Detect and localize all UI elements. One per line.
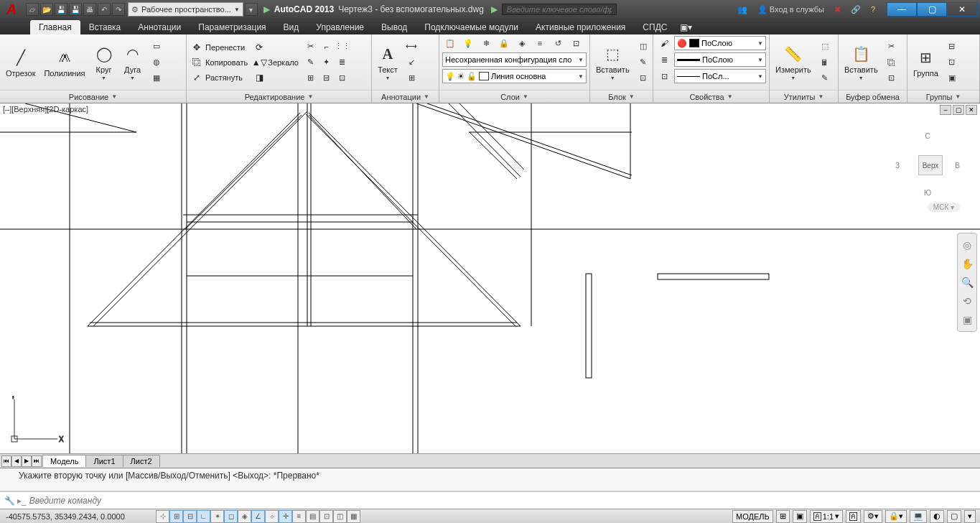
exchange-icon[interactable]: ✖ xyxy=(831,3,844,16)
layout-next-icon[interactable]: ▶ xyxy=(22,455,32,467)
trim-icon[interactable]: ✂ xyxy=(303,40,319,54)
viewcube-top[interactable]: Верх xyxy=(918,155,943,175)
minimize-button[interactable]: — xyxy=(887,2,917,17)
sb-annovis-icon[interactable]: 🄰 xyxy=(846,510,861,523)
sb-dyn-icon[interactable]: ✛ xyxy=(279,510,292,523)
help-icon[interactable]: ? xyxy=(868,3,878,16)
rotate-button[interactable]: ⟳ xyxy=(252,41,300,54)
group-bbox-icon[interactable]: ▣ xyxy=(944,71,960,85)
viewcube-w[interactable]: З xyxy=(895,162,900,170)
command-line[interactable]: 🔧 ▸_ xyxy=(0,491,980,509)
sb-sc-icon[interactable]: ◫ xyxy=(333,510,347,523)
sb-polar-icon[interactable]: ✴ xyxy=(210,510,224,523)
search-input[interactable] xyxy=(502,4,617,15)
sb-3dosnap-icon[interactable]: ◈ xyxy=(238,510,251,523)
sb-qv-icon[interactable]: ▣ xyxy=(793,510,807,523)
title-arrow-icon[interactable]: ▶ xyxy=(263,4,270,14)
sb-tray-icon[interactable]: ▾ xyxy=(964,510,976,523)
color-dropdown[interactable]: 🔴ПоСлою▼ xyxy=(674,36,766,50)
sb-osnap-icon[interactable]: ◻ xyxy=(224,510,238,523)
rectangle-icon[interactable]: ▭ xyxy=(149,40,164,54)
qat-save-icon[interactable]: 💾 xyxy=(55,3,67,16)
sb-am-icon[interactable]: ▦ xyxy=(347,510,360,523)
doc-max-icon[interactable]: ▢ xyxy=(953,105,964,115)
layout-first-icon[interactable]: ⏮ xyxy=(1,455,11,467)
viewcube[interactable]: С Ю З В Верх xyxy=(895,132,960,197)
drawing-area[interactable]: [–][Верхняя][2D-каркас] – ▢ ✕ xyxy=(0,103,980,453)
edit-block-icon[interactable]: ✎ xyxy=(635,55,651,70)
sb-snap-icon[interactable]: ⊞ xyxy=(169,510,183,523)
tab-manage[interactable]: Управление xyxy=(307,20,373,34)
app-logo[interactable]: A xyxy=(0,0,23,19)
layout-last-icon[interactable]: ⏭ xyxy=(32,455,42,467)
tab-expander-icon[interactable]: ▣▾ xyxy=(676,20,696,34)
array-icon[interactable]: ⋮⋮ xyxy=(335,40,350,54)
tab-layout2[interactable]: Лист2 xyxy=(123,455,160,467)
sb-lock-icon[interactable]: 🔒▾ xyxy=(885,510,907,523)
hatch-icon[interactable]: ▦ xyxy=(149,71,164,85)
list-icon[interactable]: ≣ xyxy=(656,52,672,67)
break-icon[interactable]: ⊟ xyxy=(319,71,335,85)
mirror-button[interactable]: ▲▽Зеркало xyxy=(252,56,300,69)
cmd-handle-icon[interactable]: 🔧 xyxy=(4,496,14,506)
layer-dropdown[interactable]: 💡 ☀ 🔓 Линия основна ▼ xyxy=(442,69,587,83)
cut-icon[interactable]: ✂ xyxy=(884,40,900,54)
viewcube-n[interactable]: С xyxy=(925,132,930,140)
erase-icon[interactable]: ✎ xyxy=(303,55,319,70)
copybase-icon[interactable]: ⊡ xyxy=(884,71,900,85)
join-icon[interactable]: ⊡ xyxy=(335,71,350,85)
tab-home[interactable]: Главная xyxy=(30,20,80,34)
tab-online[interactable]: Активные приложения xyxy=(527,20,634,34)
align-icon[interactable]: ⊞ xyxy=(303,71,319,85)
layer-freeze-icon[interactable]: ❄ xyxy=(478,36,494,50)
sb-ws-icon[interactable]: ⚙▾ xyxy=(864,510,882,523)
measure-button[interactable]: 📏Измерить▼ xyxy=(773,42,814,82)
paste-button[interactable]: 📋Вставить▼ xyxy=(841,42,881,82)
command-input[interactable] xyxy=(29,496,976,506)
layer-lock-icon[interactable]: 🔒 xyxy=(496,36,512,50)
leader-icon[interactable]: ↙ xyxy=(403,55,419,70)
qat-new-icon[interactable]: ▱ xyxy=(26,3,39,16)
create-block-icon[interactable]: ◫ xyxy=(635,40,651,54)
sb-lwt-icon[interactable]: ≡ xyxy=(292,510,306,523)
viewcube-s[interactable]: Ю xyxy=(924,189,931,197)
lineweight-dropdown[interactable]: ПоСлою▼ xyxy=(674,52,766,67)
insert-block-button[interactable]: ⬚Вставить▼ xyxy=(593,42,633,82)
group-button[interactable]: ⊞Группа xyxy=(910,46,941,79)
login-button[interactable]: 👤 Вход в службы xyxy=(755,3,827,16)
sb-clean-icon[interactable]: ▢ xyxy=(947,510,961,523)
tab-model[interactable]: Модель xyxy=(42,455,86,467)
nav-pan-icon[interactable]: ✋ xyxy=(960,256,974,271)
viewport-label[interactable]: [–][Верхняя][2D-каркас] xyxy=(3,105,88,114)
sb-annoscale[interactable]: 🄰 1:1▾ xyxy=(810,510,843,523)
doc-min-icon[interactable]: – xyxy=(940,105,951,115)
sb-isolate-icon[interactable]: ◐ xyxy=(930,510,944,523)
circle-button[interactable]: ◯Круг▼ xyxy=(91,42,117,82)
layer-prev-icon[interactable]: ↺ xyxy=(550,36,566,50)
stayconnected-icon[interactable]: 🔗 xyxy=(848,3,864,16)
nav-zoom-icon[interactable]: 🔍 xyxy=(960,275,974,290)
nav-wheel-icon[interactable]: ◎ xyxy=(960,238,974,252)
layout-prev-icon[interactable]: ◀ xyxy=(11,455,22,467)
layer-off-icon[interactable]: 💡 xyxy=(460,36,476,50)
props-icon[interactable]: ⊡ xyxy=(656,69,672,83)
close-button[interactable]: ✕ xyxy=(947,2,977,17)
workspace-dropdown[interactable]: ⚙ Рабочее пространство... ▼ xyxy=(128,2,243,17)
offset-icon[interactable]: ≣ xyxy=(335,55,350,70)
drawing-canvas[interactable] xyxy=(0,103,980,453)
scale-button[interactable]: ◨ xyxy=(252,71,300,84)
qat-undo-icon[interactable]: ↶ xyxy=(98,3,111,16)
qat-open-icon[interactable]: 📂 xyxy=(40,3,53,16)
title-arrow2-icon[interactable]: ▶ xyxy=(491,4,498,14)
qat-saveas-icon[interactable]: 💾 xyxy=(69,3,82,16)
tab-insert[interactable]: Вставка xyxy=(80,20,130,34)
table-icon[interactable]: ⊞ xyxy=(403,71,419,85)
tab-plugins[interactable]: Подключаемые модули xyxy=(416,20,527,34)
explode-icon[interactable]: ✦ xyxy=(319,55,335,70)
linetype-dropdown[interactable]: ПоСл...▼ xyxy=(674,69,766,83)
line-button[interactable]: ╱Отрезок xyxy=(3,46,38,79)
layer-config-dropdown[interactable]: Несохраненная конфигурация сло▼ xyxy=(442,52,587,67)
ellipse-icon[interactable]: ◍ xyxy=(149,55,164,70)
tab-view[interactable]: Вид xyxy=(275,20,308,34)
autodesk360-icon[interactable]: 👥 xyxy=(734,3,750,16)
